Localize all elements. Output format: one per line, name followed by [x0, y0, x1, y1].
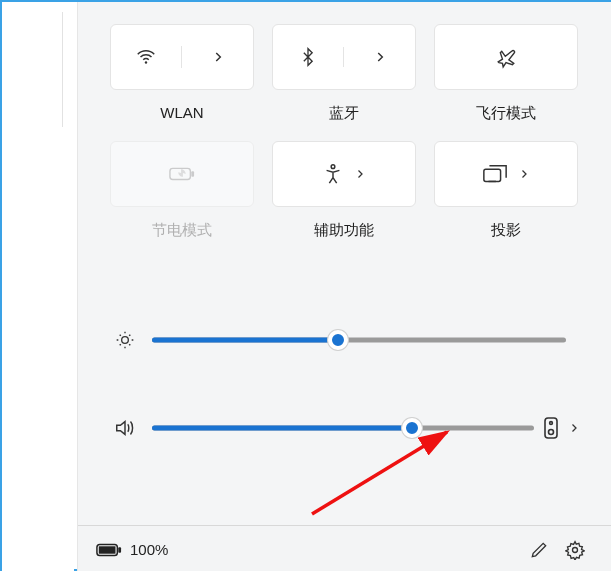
tile-project-label: 投影: [491, 221, 521, 240]
slider-fill: [152, 426, 412, 431]
tile-accessibility-label: 辅助功能: [314, 221, 374, 240]
brightness-slider-row: [110, 320, 580, 360]
tile-project[interactable]: [434, 141, 578, 207]
tile-battery-saver-label: 节电模式: [152, 221, 212, 240]
svg-rect-2: [191, 171, 194, 177]
tile-bluetooth-label: 蓝牙: [329, 104, 359, 123]
project-icon: [482, 163, 508, 185]
svg-point-7: [550, 422, 553, 425]
chevron-right-icon: [354, 168, 366, 180]
chevron-right-icon: [211, 50, 225, 64]
svg-rect-12: [118, 547, 121, 553]
brightness-icon: [110, 330, 140, 350]
slider-thumb[interactable]: [402, 418, 422, 438]
gear-icon: [565, 540, 585, 560]
tile-project-group: 投影: [434, 141, 578, 240]
svg-point-0: [145, 61, 147, 63]
tile-battery-saver: [110, 141, 254, 207]
pencil-icon: [529, 540, 549, 560]
chevron-right-icon: [373, 50, 387, 64]
svg-point-5: [122, 337, 129, 344]
bluetooth-expand[interactable]: [344, 50, 415, 64]
tile-wlan: [110, 24, 254, 90]
left-gutter: [2, 2, 74, 571]
settings-button[interactable]: [557, 532, 593, 568]
battery-saver-icon: [169, 164, 195, 184]
wlan-toggle[interactable]: [111, 46, 182, 68]
audio-output-button[interactable]: [542, 416, 560, 440]
slider-fill: [152, 338, 338, 343]
edit-button[interactable]: [521, 532, 557, 568]
tile-bluetooth-group: 蓝牙: [272, 24, 416, 123]
bluetooth-icon: [298, 47, 318, 67]
svg-point-3: [331, 165, 335, 169]
quick-settings-panel: WLAN 蓝牙: [77, 2, 611, 571]
svg-rect-11: [99, 546, 116, 553]
wlan-expand[interactable]: [182, 50, 253, 64]
volume-icon: [110, 418, 140, 438]
footer-bar: 100%: [78, 525, 611, 571]
airplane-icon: [494, 45, 518, 69]
slider-thumb[interactable]: [328, 330, 348, 350]
volume-slider[interactable]: [152, 425, 534, 431]
battery-icon: [96, 542, 122, 558]
svg-rect-4: [484, 169, 501, 181]
tile-airplane-group: 飞行模式: [434, 24, 578, 123]
tile-wlan-group: WLAN: [110, 24, 254, 123]
volume-slider-row: [110, 408, 580, 448]
brightness-slider[interactable]: [152, 337, 566, 343]
tile-wlan-label: WLAN: [160, 104, 203, 121]
chevron-right-icon: [518, 168, 530, 180]
battery-status[interactable]: 100%: [96, 541, 168, 558]
tile-bluetooth: [272, 24, 416, 90]
svg-point-8: [549, 430, 554, 435]
chevron-right-icon[interactable]: [568, 422, 580, 434]
bluetooth-toggle[interactable]: [273, 47, 344, 67]
tile-accessibility-group: 辅助功能: [272, 141, 416, 240]
tile-airplane-label: 飞行模式: [476, 104, 536, 123]
sliders-area: [110, 320, 580, 496]
svg-point-13: [573, 547, 578, 552]
wifi-icon: [135, 46, 157, 68]
tile-battery-saver-group: 节电模式: [110, 141, 254, 240]
accessibility-icon: [322, 163, 344, 185]
battery-percent: 100%: [130, 541, 168, 558]
tiles-grid: WLAN 蓝牙: [110, 24, 580, 240]
tile-airplane[interactable]: [434, 24, 578, 90]
tile-accessibility[interactable]: [272, 141, 416, 207]
